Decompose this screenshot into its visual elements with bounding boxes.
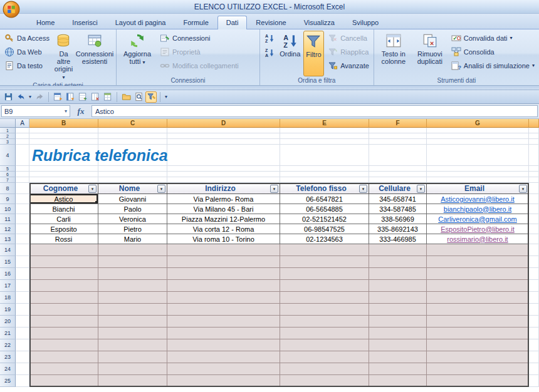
table-tool-icon-5[interactable] <box>102 91 113 103</box>
cell-B20[interactable] <box>29 316 98 328</box>
cell-D10[interactable]: Via Milano 45 - Bari <box>167 204 280 214</box>
cell-H22[interactable] <box>529 339 539 351</box>
cell-A5[interactable] <box>16 166 29 172</box>
cell-A4[interactable] <box>16 145 29 166</box>
insert-function-button[interactable]: fx <box>72 106 90 116</box>
table-tool-icon-2[interactable] <box>65 91 76 103</box>
cell-G14[interactable] <box>427 244 529 256</box>
cell-F23[interactable] <box>369 351 427 363</box>
cell-E24[interactable] <box>280 363 369 375</box>
riapplica-button[interactable]: Riapplica <box>325 45 372 58</box>
table-tool-icon-3[interactable]: + <box>77 91 88 103</box>
tab-home[interactable]: Home <box>28 16 63 29</box>
row-header-25[interactable]: 25 <box>0 375 16 387</box>
cell-C18[interactable] <box>98 292 167 304</box>
column-header-G[interactable]: G <box>427 119 529 128</box>
cell-C9[interactable]: Giovanni <box>98 194 167 204</box>
column-header-D[interactable]: D <box>167 119 280 128</box>
cell-C19[interactable] <box>98 304 167 316</box>
tab-inserisci[interactable]: Inserisci <box>63 16 106 29</box>
email-link[interactable]: EspositoPietro@libero.it <box>427 224 529 234</box>
office-button[interactable] <box>3 1 20 18</box>
cell-B24[interactable] <box>29 363 98 375</box>
cell-E2[interactable] <box>280 133 369 139</box>
cell-A1[interactable] <box>16 128 29 133</box>
cell-E16[interactable] <box>280 268 369 280</box>
cell-C8[interactable]: Nome▾ <box>98 183 167 194</box>
cell-H24[interactable] <box>529 363 539 375</box>
cell-E15[interactable] <box>280 256 369 268</box>
cell-E14[interactable] <box>280 244 369 256</box>
email-link[interactable]: bianchipaolo@libero.it <box>427 204 529 214</box>
cell-E12[interactable]: 06-98547525 <box>280 224 369 234</box>
row-header-6[interactable]: 6 <box>0 172 16 177</box>
cell-B11[interactable]: Carli <box>29 214 98 224</box>
cell-G23[interactable] <box>427 351 529 363</box>
column-header-E[interactable]: E <box>280 119 369 128</box>
row-header-24[interactable]: 24 <box>0 363 16 375</box>
cell-H3[interactable] <box>529 139 539 145</box>
cell-G24[interactable] <box>427 363 529 375</box>
row-header-22[interactable]: 22 <box>0 339 16 351</box>
cell-F22[interactable] <box>369 339 427 351</box>
cell-A12[interactable] <box>16 224 29 234</box>
cell-C25[interactable] <box>98 375 167 387</box>
row-header-2[interactable]: 2 <box>0 133 16 139</box>
cell-D14[interactable] <box>167 244 280 256</box>
cell-B15[interactable] <box>29 256 98 268</box>
row-header-12[interactable]: 12 <box>0 224 16 234</box>
cell-F20[interactable] <box>369 316 427 328</box>
cell-C16[interactable] <box>98 268 167 280</box>
cell-F11[interactable]: 338-56969 <box>369 214 427 224</box>
cell-G8[interactable]: Email▾ <box>427 183 529 194</box>
cell-E1[interactable] <box>280 128 369 133</box>
cell-H13[interactable] <box>529 234 539 244</box>
undo-dropdown-icon[interactable]: ▾ <box>28 94 33 100</box>
cell-B17[interactable] <box>29 280 98 292</box>
cell-F15[interactable] <box>369 256 427 268</box>
select-all-corner[interactable] <box>0 119 16 128</box>
da-altre-origini-button[interactable]: Da altre origini ▾ <box>53 31 74 81</box>
cell-G6[interactable] <box>427 172 529 177</box>
ordina-button[interactable]: AZ Ordina <box>278 31 302 76</box>
sort-ascending-button[interactable]: AZ <box>262 32 277 45</box>
tab-visualizza[interactable]: Visualizza <box>295 16 343 29</box>
column-header-A[interactable]: A <box>16 119 29 128</box>
name-box-dropdown-icon[interactable]: ▾ <box>65 108 67 114</box>
cell-F7[interactable] <box>369 177 427 183</box>
aggiorna-tutti-button[interactable]: Aggiorna tutti ▾ <box>118 31 156 76</box>
undo-icon[interactable] <box>15 91 26 103</box>
cell-E9[interactable]: 06-6547821 <box>280 194 369 204</box>
cell-G15[interactable] <box>427 256 529 268</box>
row-header-17[interactable]: 17 <box>0 280 16 292</box>
cell-H17[interactable] <box>529 280 539 292</box>
cell-G4[interactable] <box>427 145 529 166</box>
cell-E10[interactable]: 06-5654885 <box>280 204 369 214</box>
cell-D5[interactable] <box>167 166 280 172</box>
cell-G17[interactable] <box>427 280 529 292</box>
connessioni-button[interactable]: Connessioni <box>157 31 241 44</box>
cell-E22[interactable] <box>280 339 369 351</box>
row-header-19[interactable]: 19 <box>0 304 16 316</box>
cell-B4[interactable] <box>29 145 98 166</box>
cell-D17[interactable] <box>167 280 280 292</box>
cell-H21[interactable] <box>529 328 539 339</box>
cell-A7[interactable] <box>16 177 29 183</box>
da-testo-button[interactable]: Da testo <box>2 59 52 72</box>
cell-A19[interactable] <box>16 304 29 316</box>
avanzate-button[interactable]: Avanzate <box>325 59 372 72</box>
cell-C23[interactable] <box>98 351 167 363</box>
row-header-15[interactable]: 15 <box>0 256 16 268</box>
autofilter-icon[interactable] <box>145 91 157 103</box>
row-header-10[interactable]: 10 <box>0 204 16 214</box>
row-header-14[interactable]: 14 <box>0 244 16 256</box>
column-header-B[interactable]: B <box>29 119 98 128</box>
cell-F4[interactable] <box>369 145 427 166</box>
print-preview-icon[interactable] <box>133 91 144 103</box>
cell-F25[interactable] <box>369 375 427 387</box>
cell-C24[interactable] <box>98 363 167 375</box>
cell-F8[interactable]: Cellulare▾ <box>369 183 427 194</box>
cell-D6[interactable] <box>167 172 280 177</box>
testo-in-colonne-button[interactable]: Testo in colonne <box>376 31 411 76</box>
cell-H25[interactable] <box>529 375 539 387</box>
